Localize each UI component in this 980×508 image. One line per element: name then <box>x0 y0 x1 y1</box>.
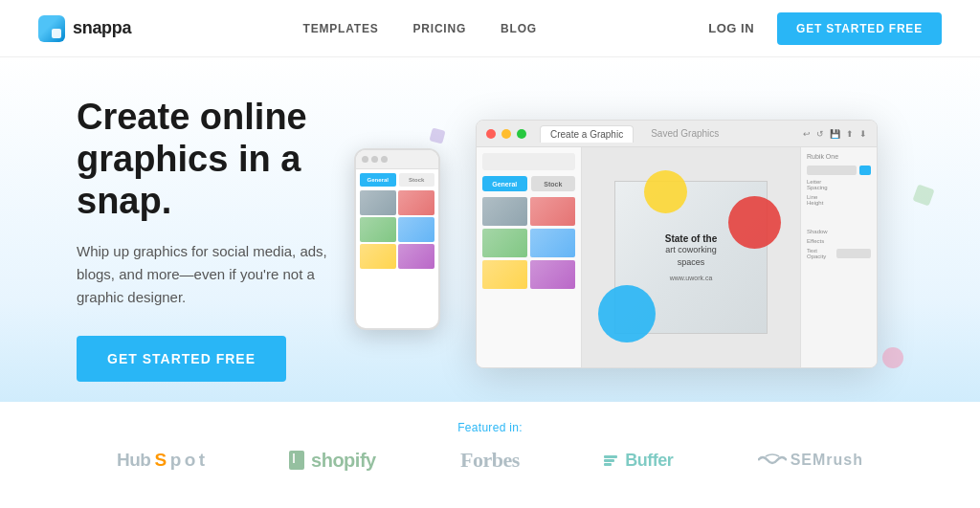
brand-logo-nav[interactable]: snappa <box>38 15 131 42</box>
phone-dot-2 <box>371 156 378 163</box>
panel-font-label: Rubik One <box>807 153 871 160</box>
phone-titlebar <box>356 150 438 169</box>
panel-row-1 <box>807 166 871 175</box>
img-thumb-4[interactable] <box>530 229 575 257</box>
hubspot-dot: S <box>154 450 166 471</box>
hero-visual: General Stock Create <box>383 110 923 378</box>
deco-square-2 <box>429 127 445 144</box>
phone-img-4 <box>398 217 434 242</box>
login-link[interactable]: LOG IN <box>708 21 754 35</box>
titlebar-action-icons: ↩ ↺ 💾 ⬆ ⬇ <box>803 129 867 139</box>
app-titlebar: Create a Graphic Saved Graphics ↩ ↺ 💾 ⬆ … <box>477 121 877 147</box>
panel-size-control[interactable] <box>807 166 857 175</box>
download-icon[interactable]: ⬇ <box>859 129 867 139</box>
panel-line-height-label: Line Height <box>807 194 834 206</box>
img-thumb-1[interactable] <box>482 197 527 226</box>
buffer-layer-2 <box>604 459 614 462</box>
featured-logos: HubSpot shopify Forbes Buffer SEMrush <box>117 448 863 473</box>
brand-forbes: Forbes <box>460 448 520 473</box>
hero-subtext: Whip up graphics for social media, ads, … <box>77 240 364 309</box>
hero-section: Create online graphics in a snap. Whip u… <box>0 57 980 402</box>
panel-spacer <box>807 210 871 229</box>
app-window: Create a Graphic Saved Graphics ↩ ↺ 💾 ⬆ … <box>476 120 878 368</box>
navbar: snappa TEMPLATES PRICING BLOG LOG IN GET… <box>0 0 980 57</box>
titlebar-dot-green <box>517 129 526 139</box>
panel-opacity-control[interactable] <box>836 249 871 258</box>
undo-icon[interactable]: ↩ <box>803 129 811 139</box>
phone-img-1 <box>360 190 396 215</box>
titlebar-dot-yellow <box>501 129 511 139</box>
panel-opacity-row: Text Opacity <box>807 248 871 259</box>
brand-hubspot: HubSpot <box>117 450 205 471</box>
panel-color-swatch[interactable] <box>859 166 871 175</box>
img-thumb-2[interactable] <box>530 197 575 226</box>
image-grid <box>482 197 575 289</box>
featured-label: Featured in: <box>457 421 523 434</box>
nav-links: TEMPLATES PRICING BLOG <box>303 22 537 35</box>
app-body: General Stock <box>477 147 877 367</box>
nav-cta-button[interactable]: GET STARTED FREE <box>777 12 942 45</box>
img-thumb-3[interactable] <box>482 229 527 257</box>
app-canvas[interactable]: State of the art coworking spaces www.uw… <box>582 147 800 367</box>
canvas-circle-yellow <box>644 170 687 213</box>
buffer-layer-3 <box>604 463 612 466</box>
sidebar-tab-stock[interactable]: Stock <box>531 176 576 191</box>
img-thumb-6[interactable] <box>530 260 575 289</box>
phone-tabs: General Stock <box>360 173 434 187</box>
deco-square-1 <box>912 184 934 206</box>
titlebar-tabs: Create a Graphic Saved Graphics <box>540 125 797 143</box>
panel-shadow-row: Shadow <box>807 229 871 234</box>
titlebar-tab-saved[interactable]: Saved Graphics <box>641 125 728 142</box>
panel-effects-label: Effects <box>807 238 834 244</box>
brand-name: snappa <box>73 18 131 38</box>
buffer-icon <box>604 455 617 466</box>
panel-effects-row: Effects <box>807 238 871 244</box>
brand-buffer: Buffer <box>604 451 673 471</box>
phone-img-5 <box>360 244 396 269</box>
canvas-circle-blue <box>598 285 656 342</box>
hero-content: Create online graphics in a snap. Whip u… <box>77 97 383 381</box>
panel-row-3: Line Height <box>807 194 871 206</box>
shopify-icon <box>289 451 304 470</box>
canvas-text-block: State of the art coworking spaces www.uw… <box>656 224 726 290</box>
save-icon[interactable]: 💾 <box>830 129 840 139</box>
canvas-url: www.uwork.ca <box>665 275 717 281</box>
navbar-actions: LOG IN GET STARTED FREE <box>708 12 942 45</box>
canvas-title-line2: art coworking <box>665 244 717 256</box>
phone-tab-1[interactable]: General <box>360 173 396 187</box>
nav-link-blog[interactable]: BLOG <box>501 22 537 35</box>
titlebar-tab-active[interactable]: Create a Graphic <box>540 125 634 143</box>
phone-body: General Stock <box>356 169 438 273</box>
sidebar-tabs: General Stock <box>482 176 575 191</box>
semrush-icon <box>758 453 787 468</box>
panel-opacity-label: Text Opacity <box>807 248 834 259</box>
sidebar-tab-general[interactable]: General <box>482 176 527 191</box>
nav-link-pricing[interactable]: PRICING <box>413 22 467 35</box>
buffer-layer-1 <box>604 455 617 458</box>
redo-icon[interactable]: ↺ <box>816 129 824 139</box>
app-panel-right: Rubik One Letter Spacing Line Height Sha… <box>800 147 877 367</box>
phone-tab-2[interactable]: Stock <box>399 173 435 187</box>
phone-img-2 <box>398 190 434 215</box>
panel-shadow-label: Shadow <box>807 229 834 234</box>
phone-img-3 <box>360 217 396 242</box>
hero-cta-button[interactable]: GET STARTED FREE <box>77 336 286 382</box>
phone-image-grid <box>360 190 434 269</box>
img-thumb-5[interactable] <box>482 260 527 289</box>
hubspot-o: o <box>185 450 195 471</box>
phone-dot-1 <box>362 156 368 163</box>
panel-row-2: Letter Spacing <box>807 179 871 190</box>
featured-section: Featured in: HubSpot shopify Forbes Buff… <box>0 402 980 488</box>
nav-link-templates[interactable]: TEMPLATES <box>303 22 379 35</box>
hero-headline: Create online graphics in a snap. <box>77 97 383 222</box>
logo-icon <box>38 15 65 42</box>
panel-letter-spacing-label: Letter Spacing <box>807 179 834 190</box>
brand-semrush: SEMrush <box>758 452 863 469</box>
canvas-design: State of the art coworking spaces www.uw… <box>614 181 768 334</box>
brand-shopify: shopify <box>289 450 376 472</box>
phone-dot-3 <box>381 156 388 163</box>
share-icon[interactable]: ⬆ <box>846 129 854 139</box>
titlebar-dot-red <box>486 129 496 139</box>
sidebar-search[interactable] <box>482 153 575 170</box>
canvas-title-line1: State of the <box>665 233 717 244</box>
